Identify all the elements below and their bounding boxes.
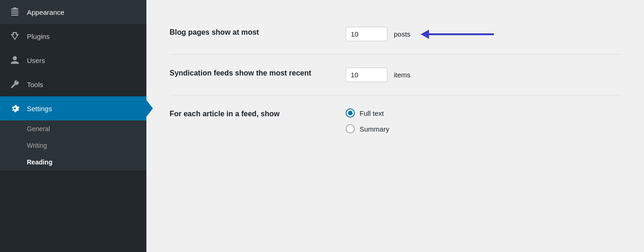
plugins-icon bbox=[9, 31, 20, 42]
feed-article-control: Full text Summary bbox=[346, 108, 389, 133]
tools-icon bbox=[9, 79, 20, 90]
arrow-head bbox=[421, 30, 429, 39]
sidebar-item-plugins[interactable]: Plugins bbox=[0, 24, 146, 48]
sidebar-item-tools[interactable]: Tools bbox=[0, 72, 146, 96]
sidebar-item-settings-label: Settings bbox=[27, 105, 52, 113]
settings-icon bbox=[9, 103, 20, 114]
sidebar: Appearance Plugins Users Tools bbox=[0, 0, 146, 252]
radio-summary-label: Summary bbox=[360, 125, 389, 133]
feed-article-label: For each article in a feed, show bbox=[170, 108, 327, 120]
sub-nav-item-general[interactable]: General bbox=[0, 120, 146, 137]
radio-summary[interactable]: Summary bbox=[346, 124, 389, 133]
blog-pages-label: Blog pages show at most bbox=[170, 27, 327, 38]
syndication-feeds-row: Syndication feeds show the most recent i… bbox=[170, 55, 621, 95]
radio-full-text[interactable]: Full text bbox=[346, 108, 389, 118]
sub-nav-item-reading[interactable]: Reading bbox=[0, 154, 146, 170]
appearance-icon bbox=[9, 6, 20, 18]
main-content: Blog pages show at most posts Syndicatio… bbox=[146, 0, 644, 252]
users-icon bbox=[9, 55, 20, 66]
syndication-feeds-control: items bbox=[346, 68, 410, 82]
radio-summary-circle bbox=[346, 124, 355, 133]
syndication-feeds-input[interactable] bbox=[346, 68, 387, 82]
settings-sub-nav: General Writing Reading bbox=[0, 120, 146, 170]
arrow-annotation bbox=[422, 30, 494, 39]
blog-pages-row: Blog pages show at most posts bbox=[170, 14, 621, 55]
syndication-feeds-label: Syndication feeds show the most recent bbox=[170, 68, 327, 79]
feed-article-row: For each article in a feed, show Full te… bbox=[170, 95, 621, 146]
sidebar-item-users-label: Users bbox=[27, 57, 45, 64]
blog-pages-input[interactable] bbox=[346, 27, 387, 41]
sidebar-item-appearance-label: Appearance bbox=[27, 8, 64, 16]
sidebar-item-plugins-label: Plugins bbox=[27, 32, 50, 40]
blog-pages-control: posts bbox=[346, 27, 494, 41]
sidebar-item-tools-label: Tools bbox=[27, 81, 43, 88]
blog-pages-unit: posts bbox=[394, 30, 410, 38]
radio-full-text-circle bbox=[346, 108, 355, 118]
radio-full-text-label: Full text bbox=[360, 109, 384, 117]
syndication-feeds-unit: items bbox=[394, 71, 410, 79]
sub-nav-item-writing[interactable]: Writing bbox=[0, 137, 146, 154]
feed-article-radio-group: Full text Summary bbox=[346, 108, 389, 133]
sidebar-item-settings[interactable]: Settings bbox=[0, 96, 146, 120]
arrow-line bbox=[429, 33, 494, 35]
sidebar-item-users[interactable]: Users bbox=[0, 48, 146, 72]
sidebar-item-appearance[interactable]: Appearance bbox=[0, 0, 146, 24]
